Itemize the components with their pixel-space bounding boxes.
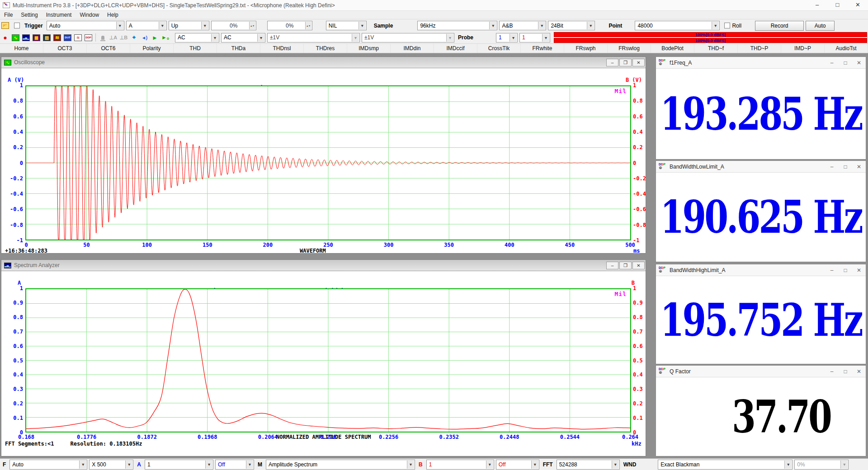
- minimize-icon[interactable]: –: [606, 262, 618, 269]
- probe-a-dropdown[interactable]: 1: [496, 33, 518, 42]
- tab-thdres[interactable]: THDres: [304, 44, 347, 53]
- fft-size-dropdown[interactable]: 524288: [557, 460, 620, 470]
- tab-thdnsl[interactable]: THDnsl: [260, 44, 304, 53]
- record-button[interactable]: Record: [755, 21, 804, 31]
- menu-instrument[interactable]: Instrument: [42, 12, 76, 18]
- input-level-meter: 100%(0.0 dBFS) 100%(0.0 dBFS): [554, 32, 867, 43]
- mdi-workspace: ∿ Oscilloscope – ❐ ✕ A: Max= 999.9689 mV…: [0, 53, 868, 458]
- oscilloscope-plot[interactable]: Mil: [25, 85, 631, 240]
- a-persistence-dropdown[interactable]: Off: [215, 460, 254, 470]
- trigger-mode-dropdown[interactable]: Auto: [47, 21, 124, 30]
- tab-oct6[interactable]: OCT6: [87, 44, 130, 53]
- coupling-a-dropdown[interactable]: AC: [175, 33, 219, 42]
- a-option-dropdown[interactable]: 1: [145, 460, 213, 470]
- tab-thd~p[interactable]: THD~P: [738, 44, 781, 53]
- y-tick-left: 0.4: [1, 371, 23, 378]
- close-icon[interactable]: ✕: [848, 0, 868, 10]
- trigger-source-dropdown[interactable]: A: [126, 21, 167, 30]
- range-b-dropdown[interactable]: ±1V: [362, 33, 454, 42]
- y-tick-right: 0.6: [633, 113, 651, 120]
- hold-a-icon[interactable]: ⊥A: [108, 33, 118, 42]
- sampling-rate-dropdown[interactable]: 96kHz: [417, 21, 497, 30]
- tab-audiotst[interactable]: AudioTst: [825, 44, 868, 53]
- restore-icon[interactable]: ❐: [619, 262, 632, 269]
- restore-icon[interactable]: ❐: [619, 59, 632, 66]
- trigger-checkbox[interactable]: [14, 23, 20, 28]
- minimize-icon[interactable]: –: [606, 59, 618, 66]
- probe-calibration-icon[interactable]: ⌖: [129, 33, 139, 42]
- freq-axis-dropdown[interactable]: Auto: [9, 460, 87, 470]
- device-test-plan-icon[interactable]: DUT: [63, 33, 72, 42]
- tab-imdccif[interactable]: IMDccif: [434, 44, 477, 53]
- tab-imd~p[interactable]: IMD~P: [781, 44, 825, 53]
- tab-crosstlk[interactable]: CrossTlk: [477, 44, 521, 53]
- x-tick: 400: [505, 242, 514, 248]
- ddp-value: 195.752 Hz: [656, 263, 866, 377]
- sampling-channels-dropdown[interactable]: A&B: [499, 21, 546, 30]
- display-mode-dropdown[interactable]: Amplitude Spectrum: [266, 460, 415, 470]
- auto-button[interactable]: Auto: [806, 21, 835, 31]
- spectrum-settings-toolbar: F Auto X 500 A 1 Off M Amplitude Spectru…: [0, 458, 868, 470]
- ddp-window-bandwidthlowlimit-a: DDP⊕BandWidthLowLimit_A–□✕190.625 Hz: [656, 160, 866, 262]
- probe-b-dropdown[interactable]: 1: [519, 33, 550, 42]
- sampling-bits-dropdown[interactable]: 24Bit: [548, 21, 595, 30]
- tab-polarity[interactable]: Polarity: [130, 44, 174, 53]
- tab-bodeplot[interactable]: BodePlot: [651, 44, 694, 53]
- tab-thd~f[interactable]: THD~f: [694, 44, 738, 53]
- spectrum-3d-plot-icon[interactable]: ▨: [42, 33, 52, 42]
- open-file-icon[interactable]: 📂: [0, 21, 10, 30]
- tab-imddin[interactable]: IMDdin: [391, 44, 434, 53]
- y-tick-left: 0.6: [1, 343, 23, 349]
- y-tick-right: 1: [633, 285, 651, 291]
- oscilloscope-icon[interactable]: ∿: [11, 33, 20, 42]
- tab-thd[interactable]: THD: [174, 44, 217, 53]
- menu-file[interactable]: File: [0, 12, 17, 18]
- zoom-dropdown[interactable]: X 500: [89, 460, 133, 470]
- overlap-dropdown[interactable]: 0%: [794, 460, 849, 470]
- tab-frswlog[interactable]: FRswlog: [608, 44, 651, 53]
- close-icon[interactable]: ✕: [632, 262, 645, 269]
- speaker-icon[interactable]: ◄): [140, 33, 149, 42]
- ddp-viewer-icon[interactable]: DDP: [84, 33, 93, 42]
- run-loop-icon[interactable]: ►ₒ: [160, 33, 170, 42]
- multimeter-icon-glyph: ▦: [33, 34, 40, 41]
- menu-setting[interactable]: Setting: [17, 12, 42, 18]
- b-persistence-dropdown[interactable]: Off: [496, 460, 539, 470]
- tab-home[interactable]: Home: [0, 44, 43, 53]
- multimeter-icon[interactable]: ▦: [32, 33, 41, 42]
- y-tick-right: 0.3: [633, 386, 651, 392]
- maximize-icon[interactable]: □: [827, 0, 848, 10]
- window-function-dropdown[interactable]: Exact Blackman: [658, 460, 793, 470]
- trigger-edge-dropdown[interactable]: Up: [169, 21, 209, 30]
- menu-help[interactable]: Help: [103, 12, 123, 18]
- spectrum-plot[interactable]: Mil: [25, 288, 631, 432]
- trigger-level-spinner[interactable]: 0%: [211, 21, 256, 30]
- trigger-hpf-dropdown[interactable]: NIL: [326, 21, 367, 30]
- y-tick-left: 0.3: [1, 386, 23, 392]
- menu-window[interactable]: Window: [75, 12, 103, 18]
- derived-data-point-icon[interactable]: ≈: [73, 33, 83, 42]
- tab-frswph[interactable]: FRswph: [564, 44, 608, 53]
- microphone-icon[interactable]: [98, 33, 108, 42]
- signal-generator-icon[interactable]: ≋: [52, 33, 62, 42]
- hold-b-icon[interactable]: ⊥B: [119, 33, 128, 42]
- sampling-points-dropdown[interactable]: 48000: [635, 21, 720, 30]
- close-icon[interactable]: ✕: [632, 59, 645, 66]
- spectrum-analyzer-icon: ▃▅▂: [4, 263, 11, 268]
- trigger-delay-spinner[interactable]: 0%: [267, 21, 312, 30]
- tab-thda[interactable]: THDa: [217, 44, 260, 53]
- roll-checkbox[interactable]: [724, 23, 730, 28]
- b-option-dropdown[interactable]: 1: [426, 460, 494, 470]
- y-tick-left: 0.9: [1, 300, 23, 306]
- record-icon[interactable]: ●: [0, 33, 10, 42]
- tab-imdsmp[interactable]: IMDsmp: [347, 44, 391, 53]
- spectrum-analyzer-icon[interactable]: ▃▅▂: [21, 33, 31, 42]
- run-icon[interactable]: ►: [150, 33, 160, 42]
- tab-frwhite[interactable]: FRwhite: [521, 44, 564, 53]
- range-a-dropdown[interactable]: ±1V: [267, 33, 360, 42]
- minimize-icon[interactable]: –: [807, 0, 827, 10]
- oscilloscope-window: ∿ Oscilloscope – ❐ ✕ A: Max= 999.9689 mV…: [1, 56, 646, 254]
- oscilloscope-title: Oscilloscope: [14, 59, 45, 66]
- coupling-b-dropdown[interactable]: AC: [221, 33, 265, 42]
- tab-oct3[interactable]: OCT3: [43, 44, 87, 53]
